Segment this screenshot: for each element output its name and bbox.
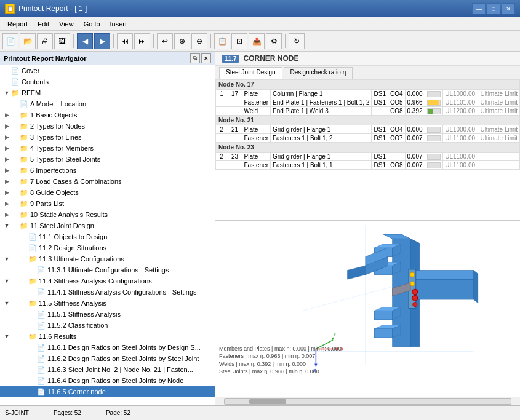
tree-item-basic-objects[interactable]: ▶ 📁 1 Basic Objects	[0, 109, 215, 121]
status-page: Page: 52	[106, 410, 130, 416]
toolbar-last[interactable]: ⏭	[134, 33, 150, 49]
minimize-button[interactable]: —	[472, 3, 486, 14]
toolbar-settings[interactable]: ⚙	[266, 33, 282, 49]
tree-item-11-1[interactable]: 📄 11.1 Objects to Design	[0, 231, 215, 242]
tree-item-11-6-4[interactable]: 📄 11.6.4 Design Ratios on Steel Joints b…	[0, 375, 215, 386]
tree-toggle-load-cases[interactable]: ▶	[2, 177, 11, 186]
sub-tab-ratio[interactable]: Design check ratio η	[284, 67, 353, 79]
sjd-label: 11 Steel Joint Design	[30, 222, 94, 229]
window-title: Printout Report - [ 1 ]	[18, 4, 87, 13]
toolbar-preview[interactable]: 🖼	[54, 33, 70, 49]
toolbar-sep-3	[153, 34, 154, 48]
tree-toggle-types-members[interactable]: ▶	[2, 144, 11, 153]
toolbar-zoom-out[interactable]: ⊖	[191, 33, 207, 49]
tree-item-types-lines[interactable]: ▶ 📁 3 Types for Lines	[0, 132, 215, 143]
tree-item-types-members[interactable]: ▶ 📁 4 Types for Members	[0, 143, 215, 154]
right-panel: 11.7 CORNER NODE Steel Joint Design Desi…	[215, 52, 520, 405]
tree-item-11-4-1[interactable]: 📄 11.4.1 Stiffness Analysis Configuratio…	[0, 287, 215, 298]
info-line-2: Fasteners | max η: 0.966 | min η: 0.007	[219, 352, 342, 360]
menu-insert[interactable]: Insert	[105, 17, 132, 30]
toolbar-next[interactable]: ▶	[94, 33, 110, 49]
menu-goto[interactable]: Go to	[79, 17, 105, 30]
imperfections-icon: 📁	[20, 167, 28, 175]
tree-item-types-nodes[interactable]: ▶ 📁 2 Types for Nodes	[0, 121, 215, 132]
sub-tab-sjd[interactable]: Steel Joint Design	[219, 67, 282, 79]
tree-item-guide-objects[interactable]: ▶ 📁 8 Guide Objects	[0, 187, 215, 198]
toolbar-export[interactable]: 📤	[249, 33, 265, 49]
h-scroll-track[interactable]	[224, 398, 511, 405]
tree-item-cover[interactable]: 📄 Cover	[0, 65, 215, 76]
11-4-icon: 📁	[28, 277, 37, 285]
11-6-4-icon: 📄	[37, 377, 46, 385]
tree-item-amodel[interactable]: 📄 A Model - Location	[0, 98, 215, 109]
tree-item-load-cases[interactable]: ▶ 📁 7 Load Cases & Combinations	[0, 176, 215, 187]
tree-item-types-steel[interactable]: ▶ 📁 5 Types for Steel Joints	[0, 154, 215, 165]
11-5-2-icon: 📄	[37, 322, 46, 330]
nav-tree[interactable]: 📄 Cover 📄 Contents ▼ 📁 RFEM	[0, 65, 215, 405]
close-button[interactable]: ✕	[502, 3, 515, 14]
contents-icon: 📄	[11, 78, 20, 86]
tree-item-11-2[interactable]: 📄 11.2 Design Situations	[0, 242, 215, 253]
toolbar-page-view[interactable]: 📋	[214, 33, 230, 49]
tree-item-11-4[interactable]: ▼ 📁 11.4 Stiffness Analysis Configuratio…	[0, 275, 215, 287]
tree-item-imperfections[interactable]: ▶ 📁 6 Imperfections	[0, 165, 215, 176]
tree-item-contents[interactable]: 📄 Contents	[0, 76, 215, 87]
tree-toggle-rfem[interactable]: ▼	[2, 89, 11, 97]
tree-item-11-6[interactable]: ▼ 📁 11.6 Results	[0, 331, 215, 342]
tree-toggle-11-5[interactable]: ▼	[2, 299, 11, 307]
tree-item-11-6-5[interactable]: 📄 11.6.5 Corner node	[0, 386, 215, 397]
tree-toggle-parts[interactable]: ▶	[2, 199, 11, 208]
toolbar-zoom-in[interactable]: ⊕	[174, 33, 190, 49]
tree-toggle-types-steel[interactable]: ▶	[2, 155, 11, 164]
11-5-icon: 📁	[28, 299, 37, 307]
toolbar-open[interactable]: 📂	[20, 33, 36, 49]
tree-toggle-11-3[interactable]: ▼	[2, 255, 11, 263]
tree-toggle-imperfections[interactable]: ▶	[2, 166, 11, 175]
tree-toggle-guide[interactable]: ▶	[2, 188, 11, 197]
nav-close-btn[interactable]: ✕	[201, 53, 211, 63]
tree-item-11-3[interactable]: ▼ 📁 11.3 Ultimate Configurations	[0, 253, 215, 264]
title-bar: 📋 Printout Report - [ 1 ] — □ ✕	[0, 0, 520, 17]
svg-marker-16	[374, 329, 392, 338]
tree-item-static[interactable]: ▶ 📁 10 Static Analysis Results	[0, 209, 215, 220]
tree-toggle-contents	[2, 77, 11, 86]
toolbar-first[interactable]: ⏮	[117, 33, 133, 49]
tree-item-11-6-2[interactable]: 📄 11.6.2 Design Ratios on Steel Joints b…	[0, 353, 215, 364]
menu-edit[interactable]: Edit	[33, 17, 54, 30]
tree-item-11-6-3[interactable]: 📄 11.6.3 Steel Joint No. 2 | Node No. 21…	[0, 364, 215, 375]
11-6-3-icon: 📄	[37, 366, 46, 374]
11-3-label: 11.3 Ultimate Configurations	[39, 255, 124, 263]
toolbar-fit[interactable]: ⊡	[231, 33, 247, 49]
h-scroll-thumb[interactable]	[249, 399, 286, 404]
toolbar-new[interactable]: 📄	[2, 33, 18, 49]
sub-tabs: Steel Joint Design Design check ratio η	[215, 66, 520, 79]
tree-item-sjd[interactable]: ▼ 📁 11 Steel Joint Design	[0, 220, 215, 231]
toolbar-go-back[interactable]: ↩	[157, 33, 173, 49]
toolbar-refresh[interactable]: ↻	[289, 33, 305, 49]
11-3-1-icon: 📄	[37, 266, 46, 274]
toolbar-prev[interactable]: ◀	[77, 33, 93, 49]
menu-view[interactable]: View	[54, 17, 79, 30]
tree-toggle-sjd[interactable]: ▼	[2, 221, 11, 230]
tree-toggle-types-lines[interactable]: ▶	[2, 133, 11, 141]
tree-item-rfem[interactable]: ▼ 📁 RFEM	[0, 87, 215, 98]
load-cases-label: 7 Load Cases & Combinations	[30, 178, 122, 185]
tree-item-parts-list[interactable]: ▶ 📁 9 Parts List	[0, 198, 215, 209]
info-line-1: Members and Plates | max η: 0.000 | min …	[219, 345, 342, 353]
tree-item-11-5-1[interactable]: 📄 11.5.1 Stiffness Analysis	[0, 309, 215, 320]
tree-item-11-6-1[interactable]: 📄 11.6.1 Design Ratios on Steel Joints b…	[0, 342, 215, 353]
types-steel-icon: 📁	[20, 156, 28, 164]
tree-item-11-5[interactable]: ▼ 📁 11.5 Stiffness Analysis	[0, 298, 215, 309]
tree-toggle-11-4[interactable]: ▼	[2, 277, 11, 285]
maximize-button[interactable]: □	[487, 3, 500, 14]
tree-toggle-11-6[interactable]: ▼	[2, 332, 11, 341]
tree-toggle-static[interactable]: ▶	[2, 210, 11, 219]
tree-toggle-types-nodes[interactable]: ▶	[2, 122, 11, 130]
tree-toggle-basic[interactable]: ▶	[2, 111, 11, 119]
nav-restore-btn[interactable]: ⧉	[190, 53, 200, 63]
toolbar-print[interactable]: 🖨	[37, 33, 53, 49]
tree-item-11-3-1[interactable]: 📄 11.3.1 Ultimate Configurations - Setti…	[0, 264, 215, 275]
tree-item-11-5-2[interactable]: 📄 11.5.2 Classification	[0, 320, 215, 331]
menu-report[interactable]: Report	[2, 17, 33, 30]
horizontal-scrollbar[interactable]	[215, 397, 520, 405]
